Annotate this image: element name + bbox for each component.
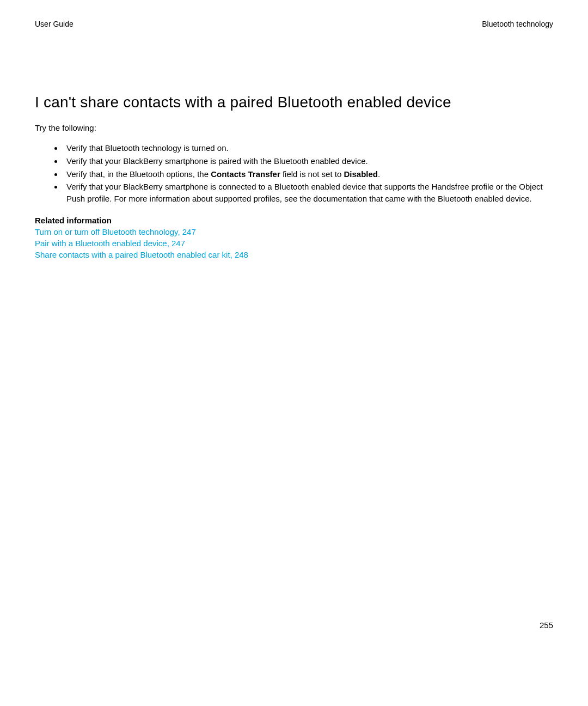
page-title: I can't share contacts with a paired Blu…: [35, 94, 553, 111]
header-left: User Guide: [35, 20, 74, 28]
list-item-text: field is not set to: [280, 169, 344, 179]
related-link[interactable]: Pair with a Bluetooth enabled device, 24…: [35, 238, 185, 249]
list-item: Verify that Bluetooth technology is turn…: [63, 142, 553, 154]
list-item: Verify that, in the Bluetooth options, t…: [63, 168, 553, 180]
related-link[interactable]: Turn on or turn off Bluetooth technology…: [35, 226, 196, 238]
intro-text: Try the following:: [35, 123, 553, 132]
list-item: Verify that your BlackBerry smartphone i…: [63, 155, 553, 167]
bullet-list: Verify that Bluetooth technology is turn…: [35, 142, 553, 205]
list-item: Verify that your BlackBerry smartphone i…: [63, 181, 553, 205]
page-header: User Guide Bluetooth technology: [35, 20, 553, 28]
page-number: 255: [540, 620, 553, 630]
list-item-text: .: [378, 169, 380, 179]
related-link[interactable]: Share contacts with a paired Bluetooth e…: [35, 249, 248, 260]
list-item-bold: Disabled: [344, 169, 378, 179]
header-right: Bluetooth technology: [482, 20, 553, 28]
list-item-bold: Contacts Transfer: [211, 169, 280, 179]
list-item-text: Verify that, in the Bluetooth options, t…: [66, 169, 211, 179]
related-info-heading: Related information: [35, 216, 553, 225]
